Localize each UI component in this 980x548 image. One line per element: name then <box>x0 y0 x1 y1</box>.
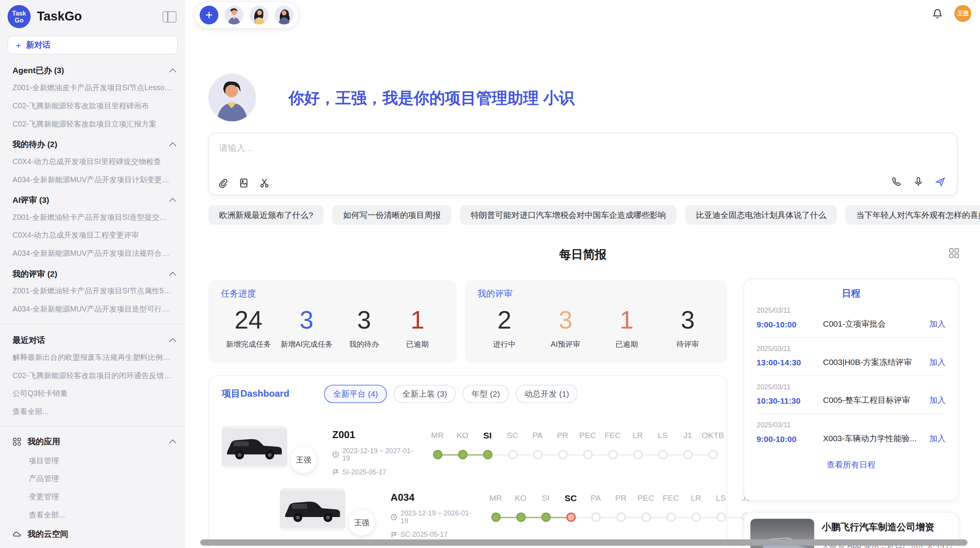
flag-icon <box>391 531 397 538</box>
milestone-label: SC <box>500 430 525 440</box>
stat-value: 2 <box>483 306 526 334</box>
schedule-panel: 日程 2025/03/11 9:00-10:00 C001-立项审批会 加入 2… <box>744 279 959 502</box>
section-my-todo[interactable]: 我的待办 (2) <box>0 133 185 152</box>
stat: 3 AI预评审 <box>544 306 588 350</box>
join-link[interactable]: 加入 <box>929 319 946 330</box>
phone-icon[interactable] <box>891 176 901 187</box>
sidebar-item[interactable]: C0X4-动力总成开发项目工程变更评审 <box>0 226 185 245</box>
sidebar-item-favorites[interactable]: 我的收藏 <box>0 545 185 548</box>
milestone-dot <box>633 450 642 459</box>
sidebar-item[interactable]: Z001-全新燃油皮卡产品开发项目SI节点Lesson Learn报告 <box>0 79 185 97</box>
join-link[interactable]: 加入 <box>929 433 946 444</box>
clock-icon <box>391 514 397 521</box>
recent-chat-view-all[interactable]: 查看全部... <box>0 403 185 421</box>
notification-bell-icon[interactable] <box>932 8 943 19</box>
sidebar-item-project-mgmt[interactable]: 项目管理 <box>0 452 185 470</box>
sidebar-item[interactable]: A034-全新新能源MUV产品开发项目法规符合性评审 <box>0 245 185 263</box>
image-icon[interactable] <box>238 178 249 188</box>
tab-year-model[interactable]: 年型 (2) <box>463 385 509 403</box>
layout-grid-icon[interactable] <box>949 248 959 261</box>
project-milestone-flag: SC-2025-05-17 <box>391 531 478 538</box>
sidebar-header: Task Go TaskGo <box>0 0 185 31</box>
session-avatar[interactable] <box>250 6 269 25</box>
send-icon[interactable] <box>935 176 946 187</box>
milestone-timeline: MR KO SI SC PA PR PEC FEC LR LS J1 OKTB <box>483 488 783 542</box>
milestone-dot <box>716 512 726 522</box>
cloud-icon <box>12 530 21 539</box>
milestone-dot <box>608 450 618 459</box>
sidebar-item-product-mgmt[interactable]: 产品管理 <box>0 470 185 488</box>
milestone-dot <box>684 450 693 459</box>
tab-new-body[interactable]: 全新上装 (3) <box>394 385 456 403</box>
milestone-label-current: SC <box>558 493 583 503</box>
milestone-label: PEC <box>633 493 658 503</box>
stat: 2 进行中 <box>483 306 526 350</box>
join-link[interactable]: 加入 <box>929 395 946 406</box>
milestone-dot-done <box>516 512 526 522</box>
session-avatar[interactable] <box>275 6 294 25</box>
attachment-icon[interactable] <box>218 178 228 188</box>
sidebar-item[interactable]: Z001-全新燃油轻卡产品开发项目SI造型提交物评审 <box>0 208 185 226</box>
suggestion-chip[interactable]: 欧洲新规最近颁布了什么? <box>208 205 324 224</box>
schedule-name: C005-整车工程目标评审 <box>823 395 923 406</box>
stat-value: 24 <box>226 306 271 334</box>
briefing-stats: 任务进度 24 新增完成任务 3 新增AI完成任务 3 我的待办 <box>208 280 727 363</box>
stat-value: 1 <box>396 306 439 334</box>
card-title: 我的评审 <box>478 288 715 300</box>
project-owner-badge: 王强 <box>290 447 317 473</box>
suggestion-chip[interactable]: 如何写一份清晰的项目周报 <box>332 205 451 224</box>
recent-chat-item[interactable]: C02-飞腾新能源轻客改款项目的闭环通告反馈情况 <box>0 367 185 385</box>
sidebar-item[interactable]: C02-飞腾新能源轻客改款项目里程碑画布 <box>0 97 185 115</box>
tab-new-platform[interactable]: 全新平台 (4) <box>324 385 387 403</box>
milestone-dot <box>558 450 567 459</box>
recent-chat-item[interactable]: 公司Q3轻卡销量 <box>0 385 185 403</box>
microphone-icon[interactable] <box>913 176 923 187</box>
sidebar-apps-view-all[interactable]: 查看全部... <box>0 506 185 524</box>
horizontal-scrollbar[interactable] <box>200 539 967 546</box>
suggestion-chip[interactable]: 特朗普可能对进口汽车增税会对中国车企造成哪些影响 <box>460 205 677 224</box>
sidebar-item-change-mgmt[interactable]: 变更管理 <box>0 488 185 506</box>
milestone-dot <box>692 512 701 522</box>
view-all-schedule-link[interactable]: 查看所有日程 <box>757 452 946 478</box>
section-my-review[interactable]: 我的评审 (2) <box>0 263 185 282</box>
section-agent-done[interactable]: Agent已办 (3) <box>0 60 185 79</box>
stat: 3 新增AI完成任务 <box>281 306 333 350</box>
milestone-dot <box>666 512 676 522</box>
new-chat-button[interactable]: + 新对话 <box>7 36 178 55</box>
sidebar-item[interactable]: Z001-全新燃油轻卡产品开发项目SI节点属性5D文件评审 <box>0 282 185 300</box>
milestone-dot-done <box>458 450 468 459</box>
scissors-icon[interactable] <box>259 178 269 188</box>
message-input[interactable] <box>218 142 721 153</box>
clock-icon <box>332 451 339 458</box>
sidebar-item-cloud[interactable]: 我的云空间 <box>0 524 185 545</box>
sidebar-item[interactable]: C0X4-动力总成开发项目SI里程碑提交物检查 <box>0 153 185 171</box>
project-row[interactable]: 王强 Z001 2023-12-19 ~ 2027-01-19 SI-2025-… <box>221 425 714 479</box>
divider <box>0 324 185 324</box>
section-ai-review[interactable]: AI评审 (3) <box>0 189 185 208</box>
sidebar-item-my-apps[interactable]: 我的应用 <box>0 432 185 452</box>
milestone-label: KO <box>508 493 533 503</box>
message-composer <box>208 133 957 195</box>
section-recent-chats[interactable]: 最近对话 <box>0 329 185 348</box>
project-row[interactable]: 王强 A034 2023-12-19 ~ 2026-01-19 SC-2025-… <box>280 488 773 542</box>
sidebar-item[interactable]: A034-全新新能源MUV产品开发项目造型可行性评审 <box>0 300 185 319</box>
project-code: A034 <box>391 492 478 503</box>
schedule-date: 2025/03/11 <box>757 383 946 390</box>
user-avatar[interactable]: 王强 <box>954 5 971 22</box>
tab-powertrain[interactable]: 动总开发 (1) <box>516 385 578 403</box>
join-link[interactable]: 加入 <box>929 357 946 368</box>
milestone-label: LS <box>650 430 675 440</box>
chevron-up-icon <box>169 338 176 345</box>
stat-label: 已逾期 <box>605 339 648 349</box>
add-session-button[interactable]: + <box>200 6 219 25</box>
sidebar-item[interactable]: A034-全新新能源MUV产品开发项目计划变更表编写 <box>0 171 185 189</box>
sidebar-collapse-icon[interactable] <box>163 11 176 22</box>
schedule-name: C001-立项审批会 <box>823 319 923 330</box>
plus-icon: + <box>15 40 21 50</box>
sidebar-item[interactable]: C02-飞腾新能源轻客改款项目立项汇报方案 <box>0 115 185 134</box>
recent-chat-item[interactable]: 解释最新出台的欧盟报废车法规再生塑料比例被调至15%... <box>0 349 185 367</box>
suggestion-chip[interactable]: 当下年轻人对汽车外观有怎样的喜好趋势 <box>846 205 980 224</box>
suggestion-chip[interactable]: 比亚迪全固态电池计划具体说了什么 <box>685 205 837 224</box>
greeting-text: 你好，王强，我是你的项目管理助理 小识 <box>288 87 574 108</box>
session-avatar[interactable] <box>224 6 243 25</box>
